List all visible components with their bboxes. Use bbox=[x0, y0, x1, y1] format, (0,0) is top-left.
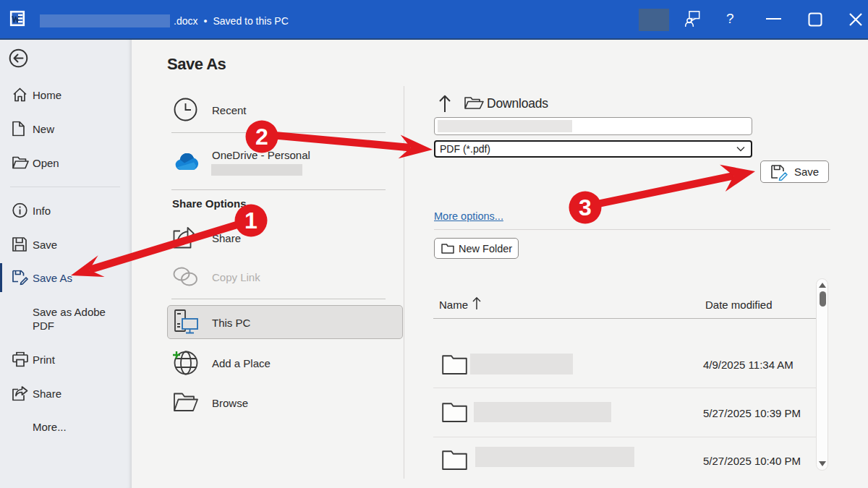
svg-text:2: 2 bbox=[255, 124, 268, 150]
svg-text:3: 3 bbox=[579, 194, 592, 221]
svg-text:1: 1 bbox=[244, 207, 258, 234]
